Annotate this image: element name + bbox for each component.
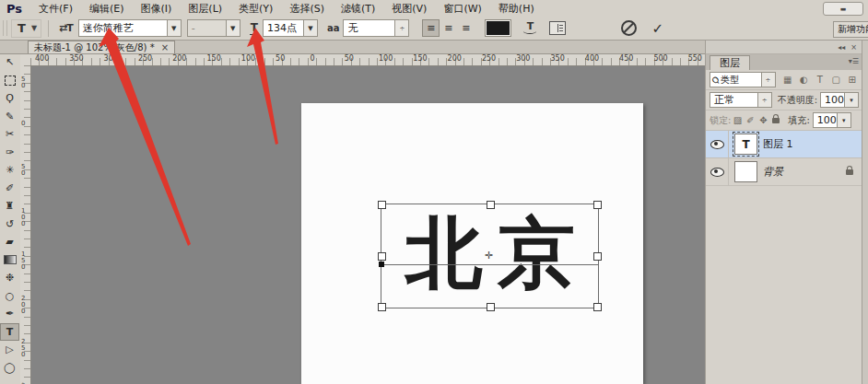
transform-handle-bottom-right[interactable]	[593, 303, 602, 311]
font-family-combo[interactable]: 迷你简稚艺 ▼	[78, 19, 182, 37]
chevron-down-icon[interactable]: ▾	[844, 93, 858, 107]
toggle-panels-icon[interactable]	[549, 21, 566, 35]
updown-caret-icon[interactable]: ÷	[757, 93, 771, 107]
move-tool[interactable]: ↖	[0, 53, 19, 72]
gradient-tool[interactable]	[0, 251, 19, 270]
panel-menu-icon[interactable]: ▾☰	[849, 57, 859, 65]
options-bar-grip	[3, 20, 7, 36]
commit-edits-icon[interactable]: ✓	[651, 20, 663, 37]
anti-alias-combo[interactable]: 无 ÷	[343, 19, 409, 37]
chevron-down-icon[interactable]: ▼	[226, 20, 240, 36]
visibility-eye-icon[interactable]	[710, 168, 724, 177]
transform-handle-bottom-center[interactable]	[487, 303, 495, 311]
transform-handle-top-center[interactable]	[487, 201, 495, 209]
document-tab[interactable]: 未标题-1 @ 102%(灰色/8) * ×	[28, 41, 175, 53]
updown-caret-icon[interactable]: ÷	[761, 73, 775, 87]
menu-item-8[interactable]: 窗口(W)	[435, 2, 489, 16]
hruler-label: 300	[516, 54, 530, 63]
filter-pixel-layers-icon[interactable]: ▦	[781, 75, 794, 85]
pen-tool[interactable]: ✒	[0, 305, 19, 323]
filter-shape-layers-icon[interactable]: ▢	[829, 75, 842, 85]
filter-adjustment-layers-icon[interactable]: ◐	[797, 75, 810, 85]
type-tool[interactable]: T	[0, 323, 19, 342]
layer-name[interactable]: 图层 1	[763, 137, 862, 151]
lock-all-icon[interactable]	[772, 118, 780, 123]
menu-item-2[interactable]: 图像(I)	[133, 2, 181, 16]
workspace-switcher-button[interactable]: 新增功能	[833, 21, 868, 38]
text-orientation-toggle[interactable]: ⇄T	[53, 22, 78, 34]
text-layer-thumbnail[interactable]: T	[734, 134, 757, 155]
menu-bar: Ps 文件(F)编辑(E)图像(I)图层(L)类型(Y)选择(S)滤镜(T)视图…	[0, 0, 868, 17]
menu-item-4[interactable]: 类型(Y)	[230, 2, 281, 16]
layer-filter-combo[interactable]: Ϙ类型 ÷	[710, 72, 776, 87]
chevron-down-icon[interactable]: ▼	[303, 20, 317, 36]
vertical-ruler: 5 005 01 0 01 5 02 0 02 5 03 0 03 5 0	[20, 65, 31, 384]
layer-row-background[interactable]: 背景	[706, 158, 862, 186]
dodge-tool[interactable]: ○	[0, 287, 19, 306]
eraser-tool[interactable]: ▰	[0, 233, 19, 251]
transform-handle-top-left[interactable]	[378, 201, 386, 209]
menu-item-5[interactable]: 选择(S)	[281, 2, 333, 16]
healing-brush-tool[interactable]: ✳	[0, 161, 19, 180]
text-color-swatch[interactable]	[486, 20, 510, 36]
cancel-edits-icon[interactable]	[621, 20, 637, 36]
smudge-tool[interactable]: ❉	[0, 269, 19, 287]
anti-alias-value: 无	[344, 21, 394, 35]
rectangular-marquee-tool[interactable]	[0, 72, 19, 90]
updown-caret-icon[interactable]: ÷	[394, 20, 408, 36]
opacity-value: 100%	[821, 94, 844, 106]
tab-layers[interactable]: 图层	[710, 55, 750, 70]
lock-row: 锁定: ▨✐✥ 填充: 100% ▾	[706, 111, 862, 131]
close-icon[interactable]: ×	[161, 42, 169, 52]
menu-item-7[interactable]: 视图(V)	[383, 2, 435, 16]
eyedropper-tool[interactable]: ✑	[0, 144, 19, 162]
crop-tool[interactable]: ✂	[0, 125, 19, 144]
background-layer-thumbnail[interactable]	[734, 161, 757, 182]
font-style-combo[interactable]: - ▼	[187, 19, 240, 37]
transform-handle-bottom-left[interactable]	[378, 303, 386, 311]
history-brush-tool[interactable]: ↺	[0, 215, 19, 234]
warp-text-icon[interactable]: T	[522, 20, 538, 36]
path-selection-tool[interactable]: ▷	[0, 341, 19, 359]
horizontal-ruler: 4003503002502001501005005010015020025030…	[30, 53, 705, 66]
transform-handle-middle-right[interactable]	[593, 252, 602, 261]
font-size-combo[interactable]: 134点 ▼	[263, 19, 318, 37]
menu-item-0[interactable]: 文件(F)	[30, 2, 81, 16]
layer-row-text[interactable]: T 图层 1	[706, 131, 862, 158]
close-panel-icon[interactable]: ×	[850, 43, 857, 52]
menu-item-1[interactable]: 编辑(E)	[81, 2, 133, 16]
transform-handle-top-right[interactable]	[593, 201, 602, 209]
ellipse-tool[interactable]: ◯	[0, 359, 19, 378]
menu-item-3[interactable]: 图层(L)	[180, 2, 230, 16]
transform-handle-middle-left[interactable]	[378, 252, 386, 261]
align-left-button[interactable]: ≡	[422, 19, 440, 37]
fill-combo[interactable]: 100% ▾	[813, 112, 851, 128]
tool-preset-picker[interactable]: T ▼	[11, 19, 41, 38]
filter-type-layers-icon[interactable]: T	[814, 75, 827, 85]
clone-stamp-tool[interactable]: ♜	[0, 197, 19, 215]
filter-smart-objects-icon[interactable]: ⊞	[845, 75, 858, 85]
blend-mode-combo[interactable]: 正常 ÷	[710, 92, 772, 108]
layer-name[interactable]: 背景	[763, 165, 843, 179]
collapse-panels-icon[interactable]: ◂◂	[838, 43, 845, 52]
lock-image-pixels-icon[interactable]: ✐	[744, 115, 757, 125]
hruler-label: 400	[35, 54, 49, 63]
chevron-down-icon[interactable]: ▾	[837, 113, 850, 127]
align-right-button[interactable]: ≡	[457, 19, 475, 37]
lock-transparent-pixels-icon[interactable]: ▨	[731, 115, 744, 125]
window-minimize-button[interactable]: ▬	[823, 2, 863, 16]
hruler-label: 200	[448, 54, 462, 63]
lock-position-icon[interactable]: ✥	[757, 115, 769, 125]
chevron-down-icon[interactable]: ▼	[167, 20, 181, 36]
quick-selection-tool[interactable]: ✎	[0, 108, 19, 126]
baseline-anchor-point[interactable]	[379, 262, 384, 267]
menu-item-6[interactable]: 滤镜(T)	[333, 2, 383, 16]
menu-item-9[interactable]: 帮助(H)	[490, 2, 543, 16]
hruler-label: 100	[379, 54, 393, 63]
align-center-button[interactable]: ≡	[440, 19, 457, 37]
lasso-tool[interactable]: Ϙ	[0, 89, 19, 108]
visibility-eye-icon[interactable]	[710, 140, 724, 149]
brush-tool[interactable]: ✐	[0, 180, 19, 198]
opacity-combo[interactable]: 100% ▾	[820, 92, 859, 108]
hruler-label: 350	[551, 54, 565, 63]
